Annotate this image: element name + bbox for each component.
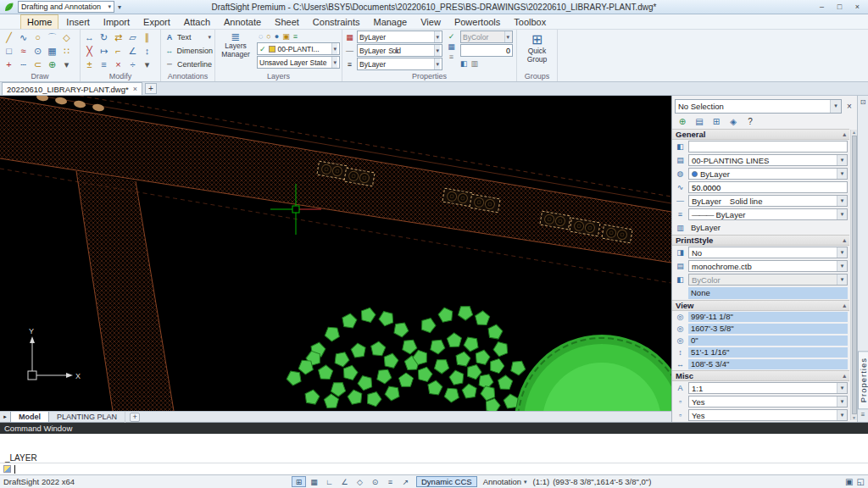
scroll-up-icon[interactable]: ▲ [852, 130, 856, 135]
minimize-button[interactable]: – [813, 1, 831, 14]
section-header-view[interactable]: View▴ [672, 300, 849, 311]
polyline-icon[interactable]: ∿ [16, 30, 31, 44]
fillet-icon[interactable]: ⌐ [111, 44, 125, 58]
linestyle-select[interactable]: ByLayerSolid line▾ [688, 195, 848, 207]
plotstyle-icon[interactable]: ▥ [471, 59, 479, 68]
boundary-icon[interactable]: ⊕ [45, 58, 59, 71]
layer-select[interactable]: 00-PLANTING LINES▾ [688, 154, 848, 166]
view-center-x[interactable]: 999'-11 1/8" [688, 312, 848, 322]
quick-group-button[interactable]: ⊞ Quick Group [519, 30, 555, 64]
polygon-icon[interactable]: ◇ [59, 30, 74, 44]
close-tab-icon[interactable]: × [133, 85, 137, 93]
stretch-icon[interactable]: ↕ [140, 44, 154, 58]
match-selection-icon[interactable]: ▤ [692, 115, 707, 127]
quick-select-icon[interactable]: ⊞ [709, 115, 724, 127]
linecolor-select[interactable]: ByLayer▾ [688, 168, 848, 180]
copy-icon[interactable]: ⇄ [111, 30, 125, 44]
rectangle-icon[interactable]: □ [2, 44, 16, 58]
grid-toggle[interactable]: ▦ [307, 476, 321, 487]
layers-manager-button[interactable]: ≣ Layers Manager [217, 30, 254, 69]
edit-element-icon[interactable]: ⊕ [675, 115, 690, 127]
esnap-toggle[interactable]: ◇ [353, 476, 367, 487]
linecolor-dropdown[interactable]: ByLayer ▾ [357, 30, 442, 43]
transparency-icon[interactable]: ◧ [460, 59, 468, 68]
pattern-fill-icon[interactable]: ▦ [448, 42, 455, 51]
section-header-misc[interactable]: Misc▴ [672, 370, 849, 381]
ribbon-tab-view[interactable]: View [415, 15, 447, 29]
circle-icon[interactable]: ○ [31, 30, 45, 44]
panel-options-icon[interactable]: ≡ [861, 411, 865, 419]
dimension-button[interactable]: ↔ Dimension [163, 44, 213, 58]
group-label-draw[interactable]: Draw [2, 71, 78, 81]
hatch-icon[interactable]: ▦ [45, 44, 59, 58]
ucs-icon-visible-select[interactable]: Yes▾ [688, 409, 848, 421]
selection-dropdown[interactable]: No Selection ▾ [675, 99, 842, 114]
ribbon-tab-insert[interactable]: Insert [60, 15, 96, 29]
ribbon-tab-import[interactable]: Import [97, 15, 136, 29]
ellipse-icon[interactable]: ⊙ [31, 44, 45, 58]
extend-icon[interactable]: ↦ [97, 44, 111, 58]
line-icon[interactable]: ╱ [2, 30, 16, 44]
annotation-scale-select[interactable]: 1:1▾ [688, 382, 848, 394]
group-label-groups[interactable]: Groups [519, 71, 555, 81]
clean-screen-icon[interactable]: ◱ [857, 477, 865, 486]
pin-icon[interactable]: ⊡ [860, 98, 866, 106]
lineweight-dropdown[interactable]: ByLayer ▾ [357, 58, 442, 70]
tab-scroll-icon[interactable]: ▸ [0, 413, 10, 420]
maximize-button[interactable]: □ [831, 1, 849, 14]
lock-ui-icon[interactable]: ▣ [845, 477, 853, 486]
workspace-selector[interactable]: Drafting and Annotation ▾ [18, 1, 114, 13]
modify-flyout-icon[interactable]: ▾ [140, 58, 154, 71]
ortho-toggle[interactable]: ∟ [322, 476, 337, 487]
section-header-printstyle[interactable]: PrintStyle▴ [672, 235, 849, 246]
command-window-header[interactable]: Command Window [0, 423, 868, 434]
linescale-field[interactable] [688, 181, 848, 193]
ribbon-tab-sheet[interactable]: Sheet [269, 15, 305, 29]
ribbon-tab-powertools[interactable]: Powertools [448, 15, 506, 29]
view-width[interactable]: 108'-5 3/4" [688, 359, 848, 369]
ucs-per-viewport-select[interactable]: Yes▾ [688, 396, 848, 408]
point-icon[interactable]: ∷ [59, 44, 74, 58]
line-pattern-icon[interactable]: ≡ [449, 53, 453, 61]
scroll-thumb[interactable] [852, 136, 857, 414]
section-header-general[interactable]: General▴ [672, 129, 849, 140]
new-document-button[interactable]: + [145, 83, 157, 94]
properties-side-tab[interactable]: Properties [858, 351, 868, 409]
scroll-down-icon[interactable]: ▼ [852, 415, 856, 420]
match-properties-icon[interactable]: ✓ [448, 32, 455, 41]
ribbon-tab-export[interactable]: Export [137, 15, 176, 29]
mark-divide-icon[interactable]: + [2, 58, 16, 71]
array-icon[interactable]: ≡ [97, 58, 111, 71]
command-input[interactable] [0, 463, 868, 474]
annotation-scale-dropdown[interactable]: Annotation ▾ [481, 477, 530, 486]
tab-model[interactable]: Model [10, 412, 49, 423]
layer-lock-icon[interactable]: ▣ [282, 32, 290, 41]
add-sheet-button[interactable]: + [130, 413, 140, 422]
name-field[interactable] [688, 141, 848, 152]
dynamic-input-toggle[interactable]: ↗ [398, 476, 413, 487]
ribbon-tab-manage[interactable]: Manage [367, 15, 413, 29]
document-tab[interactable]: 20220610_LIBRARY-PLANT.dwg* × [2, 82, 142, 95]
ribbon-tab-constraints[interactable]: Constraints [307, 15, 366, 29]
polar-toggle[interactable]: ∠ [337, 476, 352, 487]
layer-isolate-icon[interactable]: ○ [266, 32, 270, 41]
region-icon[interactable]: ⊂ [31, 58, 45, 71]
text-button[interactable]: A Text ▾ [163, 30, 213, 44]
command-history[interactable]: _LAYER [0, 434, 868, 463]
linetype-dropdown[interactable]: ByLayer Solid ▾ [357, 44, 442, 57]
trim-icon[interactable]: ╳ [82, 44, 97, 58]
tab-planting-plan[interactable]: PLANTING PLAN [49, 412, 125, 423]
explode-icon[interactable]: × [111, 58, 125, 71]
ribbon-tab-annotate[interactable]: Annotate [218, 15, 267, 29]
help-icon[interactable]: ? [743, 115, 758, 127]
panel-scrollbar[interactable]: ▲ ▼ [850, 130, 857, 420]
dynamic-ccs-button[interactable]: Dynamic CCS [416, 476, 477, 487]
drawing-canvas[interactable]: Y X [0, 96, 671, 411]
chamfer-icon[interactable]: ∠ [125, 44, 140, 58]
etrack-toggle[interactable]: ⊙ [368, 476, 382, 487]
view-center-z[interactable]: 0" [688, 336, 848, 346]
printstyle-dropdown[interactable]: ByColor ▾ [460, 30, 513, 43]
layer-state-dropdown[interactable]: Unsaved Layer State ▾ [257, 56, 340, 69]
lineweight-toggle[interactable]: ≡ [383, 476, 398, 487]
centerline-button[interactable]: ┄ Centerline [163, 58, 213, 71]
